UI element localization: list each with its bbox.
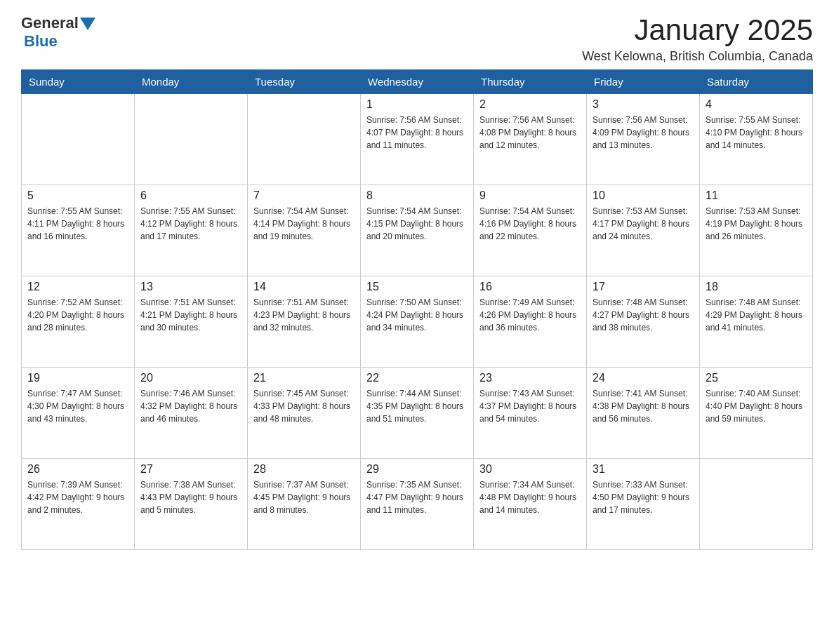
logo: General Blue [21, 14, 95, 51]
day-number: 25 [706, 372, 807, 384]
table-row: 22Sunrise: 7:44 AM Sunset: 4:35 PM Dayli… [361, 368, 474, 459]
table-row: 15Sunrise: 7:50 AM Sunset: 4:24 PM Dayli… [361, 276, 474, 368]
table-row: 13Sunrise: 7:51 AM Sunset: 4:21 PM Dayli… [135, 276, 248, 368]
table-row: 26Sunrise: 7:39 AM Sunset: 4:42 PM Dayli… [22, 459, 135, 550]
day-info: Sunrise: 7:51 AM Sunset: 4:23 PM Dayligh… [253, 296, 355, 334]
day-number: 17 [593, 281, 694, 293]
day-info: Sunrise: 7:50 AM Sunset: 4:24 PM Dayligh… [366, 296, 468, 334]
table-row: 27Sunrise: 7:38 AM Sunset: 4:43 PM Dayli… [135, 459, 248, 550]
logo-blue-text: Blue [24, 32, 58, 51]
day-info: Sunrise: 7:49 AM Sunset: 4:26 PM Dayligh… [479, 296, 581, 334]
day-info: Sunrise: 7:54 AM Sunset: 4:15 PM Dayligh… [366, 205, 468, 243]
day-number: 27 [140, 463, 241, 476]
day-number: 12 [27, 281, 128, 293]
day-info: Sunrise: 7:37 AM Sunset: 4:45 PM Dayligh… [253, 478, 355, 516]
table-row: 4Sunrise: 7:55 AM Sunset: 4:10 PM Daylig… [700, 94, 813, 185]
week-row-3: 12Sunrise: 7:52 AM Sunset: 4:20 PM Dayli… [22, 276, 813, 368]
logo-general-text: General [21, 14, 79, 32]
header-friday: Friday [587, 70, 700, 94]
day-number: 23 [479, 372, 581, 384]
day-number: 7 [253, 189, 355, 202]
day-info: Sunrise: 7:47 AM Sunset: 4:30 PM Dayligh… [27, 387, 128, 425]
day-info: Sunrise: 7:51 AM Sunset: 4:21 PM Dayligh… [140, 296, 241, 334]
day-number: 6 [140, 189, 241, 202]
day-number: 14 [253, 281, 355, 293]
location-subtitle: West Kelowna, British Columbia, Canada [582, 49, 813, 64]
calendar-header-row: SundayMondayTuesdayWednesdayThursdayFrid… [22, 70, 813, 94]
day-number: 31 [593, 463, 694, 476]
table-row: 29Sunrise: 7:35 AM Sunset: 4:47 PM Dayli… [361, 459, 474, 550]
table-row: 25Sunrise: 7:40 AM Sunset: 4:40 PM Dayli… [700, 368, 813, 459]
day-number: 2 [479, 98, 581, 111]
calendar-table: SundayMondayTuesdayWednesdayThursdayFrid… [21, 69, 813, 550]
week-row-4: 19Sunrise: 7:47 AM Sunset: 4:30 PM Dayli… [22, 368, 813, 459]
day-number: 5 [27, 189, 128, 202]
day-number: 22 [366, 372, 468, 384]
day-info: Sunrise: 7:52 AM Sunset: 4:20 PM Dayligh… [27, 296, 128, 334]
day-info: Sunrise: 7:45 AM Sunset: 4:33 PM Dayligh… [253, 387, 355, 425]
day-info: Sunrise: 7:55 AM Sunset: 4:11 PM Dayligh… [27, 205, 128, 243]
day-info: Sunrise: 7:33 AM Sunset: 4:50 PM Dayligh… [593, 478, 694, 516]
day-number: 30 [479, 463, 581, 476]
week-row-5: 26Sunrise: 7:39 AM Sunset: 4:42 PM Dayli… [22, 459, 813, 550]
day-info: Sunrise: 7:39 AM Sunset: 4:42 PM Dayligh… [27, 478, 128, 516]
table-row: 17Sunrise: 7:48 AM Sunset: 4:27 PM Dayli… [587, 276, 700, 368]
table-row: 21Sunrise: 7:45 AM Sunset: 4:33 PM Dayli… [248, 368, 361, 459]
header-thursday: Thursday [474, 70, 587, 94]
day-number: 13 [140, 281, 241, 293]
svg-marker-0 [80, 18, 95, 30]
day-number: 10 [593, 189, 694, 202]
header-tuesday: Tuesday [248, 70, 361, 94]
table-row: 31Sunrise: 7:33 AM Sunset: 4:50 PM Dayli… [587, 459, 700, 550]
day-info: Sunrise: 7:55 AM Sunset: 4:12 PM Dayligh… [140, 205, 241, 243]
table-row: 16Sunrise: 7:49 AM Sunset: 4:26 PM Dayli… [474, 276, 587, 368]
day-info: Sunrise: 7:54 AM Sunset: 4:16 PM Dayligh… [479, 205, 581, 243]
day-info: Sunrise: 7:53 AM Sunset: 4:17 PM Dayligh… [593, 205, 694, 243]
day-number: 9 [479, 189, 581, 202]
day-info: Sunrise: 7:40 AM Sunset: 4:40 PM Dayligh… [706, 387, 807, 425]
day-info: Sunrise: 7:41 AM Sunset: 4:38 PM Dayligh… [593, 387, 694, 425]
day-number: 18 [706, 281, 807, 293]
day-number: 20 [140, 372, 241, 384]
day-number: 19 [27, 372, 128, 384]
table-row: 2Sunrise: 7:56 AM Sunset: 4:08 PM Daylig… [474, 94, 587, 185]
table-row: 23Sunrise: 7:43 AM Sunset: 4:37 PM Dayli… [474, 368, 587, 459]
day-number: 15 [366, 281, 468, 293]
day-info: Sunrise: 7:53 AM Sunset: 4:19 PM Dayligh… [706, 205, 807, 243]
day-number: 8 [366, 189, 468, 202]
title-block: January 2025 West Kelowna, British Colum… [582, 14, 813, 64]
table-row: 3Sunrise: 7:56 AM Sunset: 4:09 PM Daylig… [587, 94, 700, 185]
table-row: 24Sunrise: 7:41 AM Sunset: 4:38 PM Dayli… [587, 368, 700, 459]
day-info: Sunrise: 7:48 AM Sunset: 4:27 PM Dayligh… [593, 296, 694, 334]
table-row: 20Sunrise: 7:46 AM Sunset: 4:32 PM Dayli… [135, 368, 248, 459]
day-number: 11 [706, 189, 807, 202]
table-row: 11Sunrise: 7:53 AM Sunset: 4:19 PM Dayli… [700, 185, 813, 276]
day-info: Sunrise: 7:56 AM Sunset: 4:09 PM Dayligh… [593, 114, 694, 152]
table-row: 28Sunrise: 7:37 AM Sunset: 4:45 PM Dayli… [248, 459, 361, 550]
day-info: Sunrise: 7:43 AM Sunset: 4:37 PM Dayligh… [479, 387, 581, 425]
day-info: Sunrise: 7:34 AM Sunset: 4:48 PM Dayligh… [479, 478, 581, 516]
table-row: 5Sunrise: 7:55 AM Sunset: 4:11 PM Daylig… [22, 185, 135, 276]
day-number: 21 [253, 372, 355, 384]
table-row: 30Sunrise: 7:34 AM Sunset: 4:48 PM Dayli… [474, 459, 587, 550]
table-row: 18Sunrise: 7:48 AM Sunset: 4:29 PM Dayli… [700, 276, 813, 368]
day-number: 28 [253, 463, 355, 476]
table-row [700, 459, 813, 550]
header-saturday: Saturday [700, 70, 813, 94]
header-wednesday: Wednesday [361, 70, 474, 94]
header-sunday: Sunday [22, 70, 135, 94]
day-number: 29 [366, 463, 468, 476]
table-row: 9Sunrise: 7:54 AM Sunset: 4:16 PM Daylig… [474, 185, 587, 276]
table-row: 6Sunrise: 7:55 AM Sunset: 4:12 PM Daylig… [135, 185, 248, 276]
table-row: 7Sunrise: 7:54 AM Sunset: 4:14 PM Daylig… [248, 185, 361, 276]
table-row: 12Sunrise: 7:52 AM Sunset: 4:20 PM Dayli… [22, 276, 135, 368]
table-row: 8Sunrise: 7:54 AM Sunset: 4:15 PM Daylig… [361, 185, 474, 276]
day-info: Sunrise: 7:56 AM Sunset: 4:08 PM Dayligh… [479, 114, 581, 152]
table-row [135, 94, 248, 185]
day-info: Sunrise: 7:46 AM Sunset: 4:32 PM Dayligh… [140, 387, 241, 425]
table-row [248, 94, 361, 185]
day-info: Sunrise: 7:56 AM Sunset: 4:07 PM Dayligh… [366, 114, 468, 152]
logo-triangle-icon [80, 18, 95, 30]
day-number: 1 [366, 98, 468, 111]
day-number: 3 [593, 98, 694, 111]
